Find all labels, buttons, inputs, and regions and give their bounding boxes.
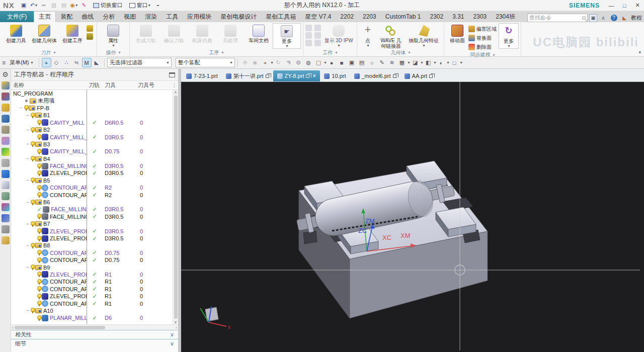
offset-region-button[interactable]: 偏置区域 <box>468 25 497 33</box>
select-rollover-icon[interactable]: ◇ <box>52 58 61 67</box>
ribbon-tab-曲线[interactable]: 曲线 <box>77 11 98 22</box>
point-button[interactable]: +点▾ <box>359 23 376 48</box>
expander-icon[interactable]: − <box>20 105 24 111</box>
tree-group-row[interactable]: −B8 <box>11 242 173 249</box>
scroll-up-icon[interactable]: ∧ <box>174 90 177 95</box>
show-3d-ipw-button[interactable]: 显示 3D IPW▾ <box>323 23 355 48</box>
ribbon-tab-2202[interactable]: 2202 <box>336 11 358 22</box>
empty-box-icon[interactable]: □ <box>450 58 459 67</box>
ribbon-options-icon[interactable]: ᠆ <box>153 2 163 10</box>
expander-icon[interactable]: − <box>26 265 31 270</box>
properties-button[interactable]: 属性▾ <box>99 23 127 48</box>
part-navigator-icon[interactable] <box>2 104 10 112</box>
window-menu-button[interactable]: 窗口▾ <box>127 1 153 10</box>
tree-operation-row[interactable]: CONTOUR_ARE...✓R20 <box>11 191 173 198</box>
tree-operation-row[interactable]: ZLEVEL_PROFILE...✓R10 <box>11 293 173 300</box>
selection-priority-icon[interactable]: ◣ <box>92 58 102 67</box>
tree-operation-row[interactable]: ✓FACE_MILLING_...✓D3R0.50 <box>11 206 173 213</box>
hd3d-tools-icon[interactable] <box>2 148 10 156</box>
ribbon-tab-2302[interactable]: 2302 <box>425 11 448 22</box>
group-dialog-launcher-icon[interactable]: ▾ <box>221 50 223 55</box>
tree-operation-row[interactable]: CONTOUR_AREA✓R20 <box>11 184 173 191</box>
expander-icon[interactable]: − <box>26 113 31 118</box>
selection-filter-select[interactable]: 无选择过滤器▾ <box>107 58 172 67</box>
spotlight-icon-dropdown[interactable]: ▾ <box>447 60 449 65</box>
ribbon-tab-2304班[interactable]: 2304班 <box>491 11 520 22</box>
dependencies-section[interactable]: 相关性∨ <box>11 330 178 339</box>
ribbon-tab-星创电极设计[interactable]: 星创电极设计 <box>216 11 261 22</box>
scroll-left-icon[interactable]: ‹ <box>12 325 14 330</box>
operation-more-button[interactable]: ☛更多▾ <box>273 23 301 49</box>
machine-tool-navigator-icon[interactable] <box>2 126 10 134</box>
snap-point-icon[interactable]: ∴ <box>62 58 71 67</box>
column-menu-icon[interactable]: ⋮ <box>172 82 177 89</box>
expander-icon[interactable]: − <box>26 243 31 248</box>
menu-button[interactable]: 菜单(M)▾ <box>7 59 36 66</box>
part-tab-10.prt[interactable]: 10.prt <box>320 70 350 81</box>
tree-operation-row[interactable]: CAVITY_MILL_C...✓D3R0.50 <box>11 133 173 140</box>
tree-group-row[interactable]: −FP-B <box>11 105 173 112</box>
expander-icon[interactable]: − <box>26 127 31 133</box>
tree-operation-row[interactable]: CAVITY_MILL✓D6R0.50 <box>11 119 173 126</box>
system-folder-icon[interactable] <box>2 236 10 244</box>
grip-tools-icon[interactable] <box>2 225 10 233</box>
tree-operation-row[interactable]: ZLEVEL_PROFILE...✓D3R0.50 <box>11 235 173 242</box>
popout-window-icon[interactable] <box>306 74 309 78</box>
perspective-icon[interactable]: ⊙ <box>294 58 303 67</box>
history-icon[interactable] <box>2 192 10 200</box>
scroll-right-icon[interactable]: › <box>176 325 177 330</box>
scrollbar-thumb[interactable] <box>15 326 105 329</box>
help-icon[interactable]: ? <box>609 14 618 22</box>
notes-icon[interactable] <box>2 181 10 189</box>
column-header-name[interactable]: 名称 <box>11 81 87 89</box>
ribbon-tab-星空 V7.4[interactable]: 星空 V7.4 <box>300 11 336 22</box>
tutorial-label[interactable]: 教程 <box>631 14 642 22</box>
wireframe-box-icon-dropdown[interactable]: ▾ <box>325 60 327 65</box>
circle-icon[interactable]: ○ <box>367 58 377 67</box>
tree-operation-row[interactable]: CONTOUR_ARE...✓R10 <box>11 300 173 307</box>
tree-operation-row[interactable]: FACE_MILLING✓D3R0.50 <box>11 162 173 169</box>
snapshot-icon[interactable]: ▤ <box>357 58 367 67</box>
selection-rules-icon[interactable]: ≒ <box>72 58 82 67</box>
tree-operation-row[interactable]: CONTOUR_ARE...✓R10 <box>11 286 173 293</box>
tree-group-row[interactable]: −B6 <box>11 199 173 206</box>
ribbon-tab-渲染[interactable]: 渲染 <box>140 11 162 22</box>
popout-window-icon[interactable] <box>429 74 433 78</box>
tree-operation-row[interactable]: ZLEVEL_PROFILE✓D3R0.50 <box>11 169 173 177</box>
part-tab-_model6.prt[interactable]: _model6.prt <box>350 70 400 81</box>
ribbon-tab-主页[interactable]: 主页 <box>34 11 56 22</box>
close-tab-icon[interactable]: × <box>312 72 316 79</box>
tree-group-row[interactable]: −A10 <box>11 307 173 314</box>
shaded-icon[interactable]: ◍ <box>304 58 313 67</box>
grid-icon[interactable]: ▦ <box>397 58 407 67</box>
tree-operation-row[interactable]: ZLEVEL_PROFILE...✓D3R0.50 <box>11 227 173 234</box>
touch-mode-icon[interactable] <box>2 214 10 222</box>
tree-group-row[interactable]: −B4 <box>11 155 173 162</box>
ribbon-tab-装配[interactable]: 装配 <box>56 11 77 22</box>
create-operation-button[interactable]: 创建工序 <box>58 23 87 43</box>
expander-icon[interactable]: − <box>26 141 31 147</box>
tree-group-row[interactable]: −B7 <box>11 220 173 227</box>
expander-icon[interactable]: − <box>26 178 31 183</box>
pan-icon[interactable]: + <box>261 58 270 67</box>
create-program-icon[interactable] <box>87 25 93 32</box>
constraint-navigator-icon[interactable] <box>2 93 10 101</box>
horizontal-scrollbar[interactable]: ‹› <box>11 324 178 330</box>
tree-operation-row[interactable]: CONTOUR_ARE...✓D0.750 <box>11 256 173 263</box>
cube-icon[interactable]: ◧ <box>424 58 433 67</box>
save-icon[interactable]: ▣ <box>19 2 28 10</box>
tree-group-row[interactable]: −B1 <box>11 112 173 119</box>
ribbon-tab-星创工具箱[interactable]: 星创工具箱 <box>261 11 300 22</box>
tree-operation-row[interactable]: ZLEVEL_PROFILE...✓R10 <box>11 271 173 278</box>
expander-icon[interactable]: − <box>26 156 31 161</box>
vertical-scrollbar[interactable]: ∧∨ <box>173 90 178 324</box>
tree-operation-row[interactable]: CONTOUR_ARE...✓R10 <box>11 278 173 285</box>
gear-icon[interactable]: ⚙ <box>2 70 10 78</box>
extract-geometry-button[interactable]: 抽取几何特征▾ <box>406 23 442 48</box>
cube-icon-dropdown[interactable]: ▾ <box>434 60 436 65</box>
tree-group-row[interactable]: −B2 <box>11 126 173 133</box>
close-button[interactable]: ✕ <box>631 0 644 11</box>
ribbon-tab-2303[interactable]: 2303 <box>469 11 492 22</box>
tree-operation-row[interactable]: FACE_MILLING_...✓D3R0.50 <box>11 213 173 220</box>
selection-scope-select[interactable]: 整个装配▾ <box>176 58 235 67</box>
